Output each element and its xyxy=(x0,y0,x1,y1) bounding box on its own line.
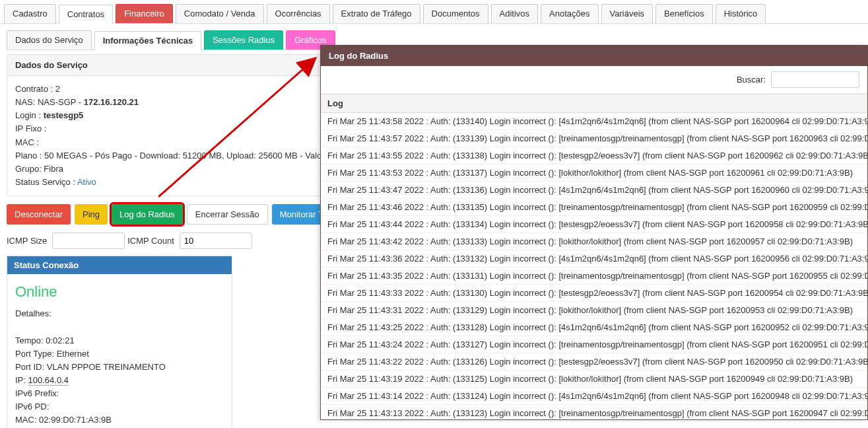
log-list[interactable]: Fri Mar 25 11:43:58 2022 : Auth: (133140… xyxy=(321,113,867,421)
log-row: Fri Mar 25 11:43:53 2022 : Auth: (133137… xyxy=(321,164,867,182)
status-port-type: Port Type: Ethernet xyxy=(15,347,224,361)
status-ipv6-prefix: IPv6 Prefix: xyxy=(15,387,224,400)
log-row: Fri Mar 25 11:43:36 2022 : Auth: (133132… xyxy=(321,250,867,268)
search-label: Buscar: xyxy=(737,75,766,85)
subtab-info-tecnicas[interactable]: Informações Técnicas xyxy=(94,31,202,50)
log-row: Fri Mar 25 11:43:35 2022 : Auth: (133131… xyxy=(321,268,867,285)
log-row: Fri Mar 25 11:43:19 2022 : Auth: (133125… xyxy=(321,371,867,388)
tab-comodato[interactable]: Comodato / Venda xyxy=(176,4,264,23)
log-row: Fri Mar 25 11:43:33 2022 : Auth: (133130… xyxy=(321,285,867,302)
log-row: Fri Mar 25 11:43:42 2022 : Auth: (133133… xyxy=(321,233,867,250)
tab-historico[interactable]: Histórico xyxy=(716,4,766,23)
status-ip: IP: 100.64.0.4 xyxy=(15,374,224,387)
log-row: Fri Mar 25 11:43:25 2022 : Auth: (133128… xyxy=(321,319,867,336)
log-row: Fri Mar 25 11:43:31 2022 : Auth: (133129… xyxy=(321,302,867,319)
log-row: Fri Mar 25 11:43:13 2022 : Auth: (133123… xyxy=(321,405,867,421)
ping-button[interactable]: Ping xyxy=(75,204,108,225)
log-row: Fri Mar 25 11:43:57 2022 : Auth: (133139… xyxy=(321,130,867,147)
status-port-id: Port ID: VLAN PPPOE TREINAMENTO xyxy=(15,361,224,374)
tab-extrato-trafego[interactable]: Extrato de Tráfego xyxy=(333,4,420,23)
log-row: Fri Mar 25 11:43:44 2022 : Auth: (133134… xyxy=(321,216,867,233)
tab-financeiro[interactable]: Financeiro xyxy=(116,4,173,23)
status-tempo: Tempo: 0:02:21 xyxy=(15,334,224,347)
tab-anotacoes[interactable]: Anotações xyxy=(541,4,598,23)
log-row: Fri Mar 25 11:43:24 2022 : Auth: (133127… xyxy=(321,336,867,353)
status-detalhes-label: Detalhes: xyxy=(15,307,224,320)
status-mac: MAC: 02:99:D0:71:A3:9B xyxy=(15,413,224,427)
status-connection-panel: Status Conexão Online Detalhes: Tempo: 0… xyxy=(7,256,232,428)
search-input[interactable] xyxy=(771,71,859,88)
log-row: Fri Mar 25 11:43:58 2022 : Auth: (133140… xyxy=(321,113,867,130)
icmp-size-label: ICMP Size xyxy=(7,236,47,246)
log-row: Fri Mar 25 11:43:47 2022 : Auth: (133136… xyxy=(321,182,867,199)
top-tabs: Cadastro Contratos Financeiro Comodato /… xyxy=(0,0,868,24)
tab-variaveis[interactable]: Variáveis xyxy=(601,4,653,23)
tab-documentos[interactable]: Documentos xyxy=(423,4,488,23)
log-radius-modal-title: Log do Radius xyxy=(321,46,867,66)
tab-ocorrencias[interactable]: Ocorrências xyxy=(267,4,330,23)
log-row: Fri Mar 25 11:43:55 2022 : Auth: (133138… xyxy=(321,147,867,164)
subtab-sessoes-radius[interactable]: Sessões Radius xyxy=(204,30,283,50)
icmp-count-input[interactable] xyxy=(180,232,252,249)
tab-contratos[interactable]: Contratos xyxy=(59,5,113,24)
desconectar-button[interactable]: Desconectar xyxy=(7,204,71,225)
log-column-header: Log xyxy=(321,94,867,113)
log-radius-modal: Log do Radius Buscar: Log Fri Mar 25 11:… xyxy=(320,45,868,420)
log-row: Fri Mar 25 11:43:22 2022 : Auth: (133126… xyxy=(321,353,867,371)
encerrar-sessao-button[interactable]: Encerrar Sessão xyxy=(187,204,268,225)
tab-cadastro[interactable]: Cadastro xyxy=(4,4,56,23)
status-online: Online xyxy=(15,281,224,303)
subtab-dados-servico[interactable]: Dados do Serviço xyxy=(7,30,92,50)
log-radius-button[interactable]: Log do Radius xyxy=(112,204,183,225)
status-ip-value[interactable]: 100.64.0.4 xyxy=(28,375,69,386)
status-ipv6-pd: IPv6 PD: xyxy=(15,400,224,413)
log-row: Fri Mar 25 11:43:14 2022 : Auth: (133124… xyxy=(321,388,867,405)
log-row: Fri Mar 25 11:43:46 2022 : Auth: (133135… xyxy=(321,199,867,216)
status-value[interactable]: Ativo xyxy=(77,177,96,187)
tab-beneficios[interactable]: Benefícios xyxy=(655,4,713,23)
icmp-size-input[interactable] xyxy=(52,232,125,249)
tab-aditivos[interactable]: Aditivos xyxy=(491,4,539,23)
status-connection-header: Status Conexão xyxy=(7,256,232,274)
icmp-count-label: ICMP Count xyxy=(127,236,174,246)
